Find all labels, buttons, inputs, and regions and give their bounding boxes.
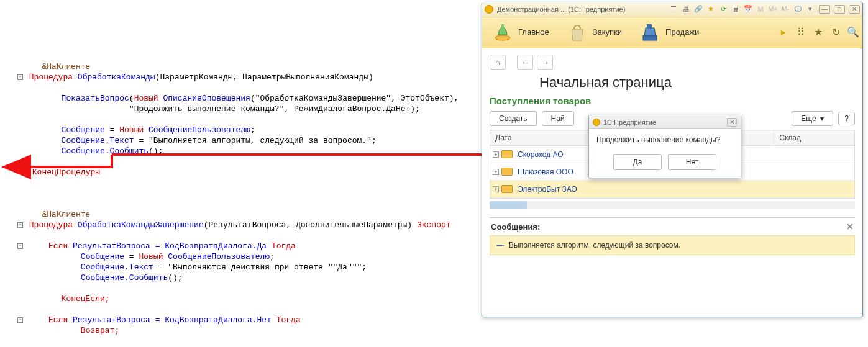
info-icon[interactable]: ⓘ [793, 4, 803, 14]
help-button[interactable]: ? [838, 112, 855, 125]
section-title: Поступления товаров [490, 96, 855, 106]
m-plus-icon[interactable]: M+ [768, 4, 778, 14]
notif-desc: ОписаниеОповещения [163, 94, 250, 103]
search-icon[interactable]: 🔍 [847, 27, 859, 38]
forward-button[interactable]: → [537, 55, 553, 70]
msg-text-val2: = "Выполняются действия при ответе ""Да"… [153, 263, 367, 272]
folder-icon [501, 150, 513, 158]
message-text: Выполняется алгоритм, следующий за вопро… [509, 241, 680, 250]
horizontal-scrollbar[interactable] [490, 201, 855, 209]
create-button[interactable]: Создать [490, 111, 537, 126]
chevron-down-icon: ▾ [820, 114, 824, 123]
proc2-params: (РезультатВопроса, ДополнительныеПарамет… [204, 220, 412, 230]
keyword-export: Экспорт [412, 220, 450, 230]
svg-rect-3 [647, 24, 652, 28]
ribbon-purchase-label: Закупки [593, 27, 622, 37]
expand-icon[interactable]: + [493, 186, 499, 192]
keyword-endproc1: КонецПроцедуры [32, 168, 100, 177]
print-icon[interactable]: 🖶 [681, 4, 691, 14]
find-button[interactable]: Най [542, 111, 574, 126]
ribbon-right-tools: ▸ ⠿ ★ ↻ 🔍 [778, 27, 859, 38]
close-button[interactable]: ✕ [849, 5, 860, 14]
messages-close-icon[interactable]: ✕ [846, 222, 854, 232]
showq-args2: "Продолжить выполнение команды?", РежимД… [129, 104, 420, 114]
star-icon[interactable]: ★ [706, 4, 716, 14]
messages-label: Сообщения: [491, 222, 540, 232]
refresh-icon[interactable]: ⟳ [718, 4, 728, 14]
ribbon-main-label: Главное [518, 27, 549, 37]
msg-text-prop: Сообщение.Текст [62, 136, 134, 145]
yes-button[interactable]: Да [613, 154, 662, 170]
expand-icon[interactable]: + [493, 151, 499, 158]
cond-no: РезультатВопроса = КодВозвратаДиалога.Не… [68, 315, 272, 325]
tool-icon[interactable]: ☰ [669, 4, 678, 14]
col-warehouse[interactable]: Склад [774, 130, 854, 145]
showq-args1: ("ОбработкаКомандыЗавершение", ЭтотОбъек… [250, 94, 459, 103]
keyword-procedure: Процедура [29, 73, 73, 82]
dialog-question: Продолжить выполнение команды? [589, 129, 741, 150]
code-editor: &НаКлиенте - Процедура ОбработкаКоманды(… [17, 51, 459, 347]
cond-yes: РезультатВопроса = КодВозвратаДиалога.Да [68, 241, 267, 251]
no-button[interactable]: Нет [668, 154, 716, 170]
row-label: Скороход АО [518, 150, 564, 159]
more-button[interactable]: Еще ▾ [792, 111, 833, 126]
messages-panel: Сообщения: ✕ — Выполняется алгоритм, сле… [490, 217, 855, 255]
expand-icon[interactable]: + [493, 169, 499, 175]
dropdown-icon[interactable]: ▾ [805, 4, 815, 14]
calendar-icon[interactable]: 📅 [743, 4, 753, 14]
ribbon-sales[interactable]: Продажи [633, 19, 705, 45]
ribbon-sales-label: Продажи [665, 27, 699, 37]
m-icon[interactable]: M [756, 4, 765, 14]
directive-at-client2: &НаКлиенте [42, 210, 90, 219]
keyword-endif1: КонецЕсли; [62, 294, 110, 304]
folder-icon [501, 185, 513, 193]
lamp-icon [492, 22, 513, 43]
app-logo-icon [485, 5, 493, 14]
directive-at-client: &НаКлиенте [42, 62, 90, 71]
msg-text-val: = "Выполняется алгоритм, следующий за во… [134, 136, 377, 145]
minimize-button[interactable]: — [819, 5, 830, 14]
call-showquestion: ПоказатьВопрос [62, 94, 129, 103]
home-button[interactable]: ⌂ [490, 55, 506, 70]
titlebar[interactable]: Демонстрационная ... (1С:Предприятие) ☰ … [482, 2, 862, 16]
nav-row: ⌂ ← → [490, 55, 855, 70]
maximize-button[interactable]: □ [834, 5, 845, 14]
link-icon[interactable]: 🔗 [693, 4, 703, 14]
calc-icon[interactable]: 🖩 [731, 4, 741, 14]
arrow-right-icon[interactable]: ▸ [778, 27, 789, 38]
proc1-name: ОбработкаКоманды [78, 73, 155, 82]
ribbon-purchase[interactable]: Закупки [560, 19, 628, 45]
message-bullet-icon: — [496, 241, 504, 250]
ribbon: Главное Закупки Продажи ▸ ⠿ ★ ↻ 🔍 [482, 16, 862, 48]
back-button[interactable]: ← [517, 55, 533, 70]
cashregister-icon [639, 22, 660, 43]
history-icon[interactable]: ↻ [830, 27, 841, 38]
proc1-params: (ПараметрКоманды, ПараметрыВыполненияКом… [155, 73, 373, 82]
scrollbar-thumb[interactable] [490, 201, 527, 209]
bag-icon [567, 22, 588, 43]
message-row[interactable]: — Выполняется алгоритм, следующий за воп… [490, 235, 855, 255]
proc2-name: ОбработкаКомандыЗавершение [78, 220, 204, 230]
var-message: Сообщение [62, 125, 105, 135]
dialog-buttons: Да Нет [589, 150, 741, 178]
dialog-titlebar[interactable]: 1С:Предприятие ✕ [589, 115, 741, 129]
svg-rect-2 [643, 35, 657, 40]
ribbon-main[interactable]: Главное [486, 19, 555, 45]
dialog-title: 1С:Предприятие [603, 119, 656, 126]
star-outline-icon[interactable]: ★ [813, 27, 824, 38]
keyword-return: Возврат; [81, 326, 119, 335]
folder-icon [501, 168, 513, 176]
dialog-app-icon [593, 119, 600, 126]
question-dialog: 1С:Предприятие ✕ Продолжить выполнение к… [588, 115, 741, 178]
m-minus-icon[interactable]: M- [780, 4, 790, 14]
window-title: Демонстрационная ... (1С:Предприятие) [497, 6, 625, 13]
type-usermsg: СообщениеПользователю [148, 125, 250, 135]
table-row-selected[interactable]: + ЭлектроБыт ЗАО [490, 181, 854, 198]
titlebar-tools: ☰ 🖶 🔗 ★ ⟳ 🖩 📅 M M+ M- ⓘ ▾ — □ ✕ [669, 4, 860, 14]
keyword-new: Новый [134, 94, 158, 103]
msg-report: Сообщение.Сообщить [62, 146, 148, 156]
keyword-if1: Если [48, 241, 68, 251]
svg-point-0 [495, 35, 510, 40]
grid-icon[interactable]: ⠿ [795, 27, 806, 38]
dialog-close-button[interactable]: ✕ [727, 118, 737, 127]
